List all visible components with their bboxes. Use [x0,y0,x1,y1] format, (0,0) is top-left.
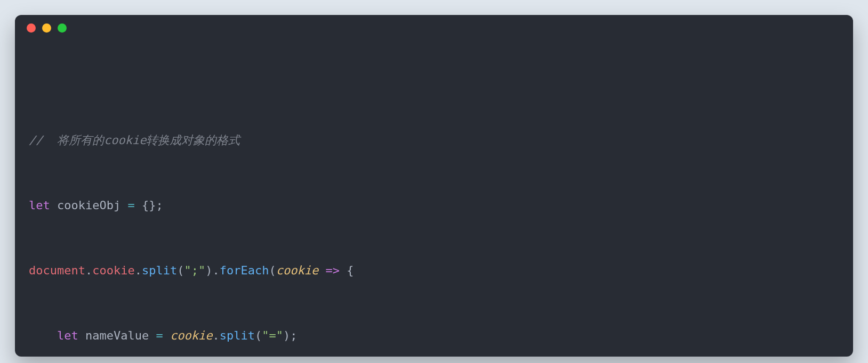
code-line: // 将所有的cookie转换成对象的格式 [29,130,839,152]
code-window: // 将所有的cookie转换成对象的格式 let cookieObj = {}… [15,15,853,357]
window-titlebar [15,15,853,41]
param: cookie [276,264,318,277]
close-icon[interactable] [27,23,36,33]
minimize-icon[interactable] [42,23,51,33]
maximize-icon[interactable] [58,23,67,33]
code-line: let nameValue = cookie.split("="); [29,325,839,347]
code-area: // 将所有的cookie转换成对象的格式 let cookieObj = {}… [15,41,853,357]
code-line: let cookieObj = {}; [29,195,839,217]
code-line: document.cookie.split(";").forEach(cooki… [29,260,839,282]
code-block-1: // 将所有的cookie转换成对象的格式 let cookieObj = {}… [29,86,839,357]
comment: // 将所有的cookie转换成对象的格式 [29,133,240,147]
